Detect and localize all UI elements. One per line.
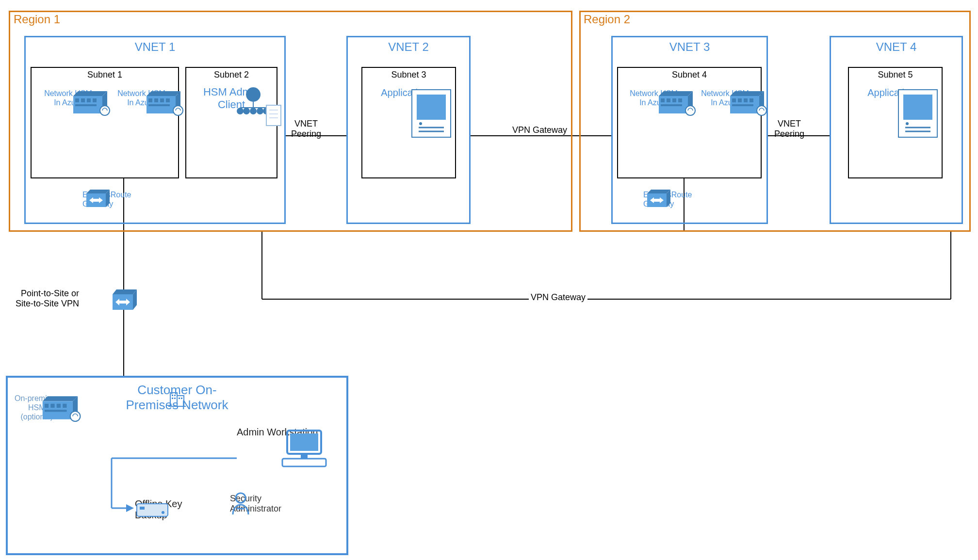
svg-rect-85	[170, 393, 177, 406]
application-icon	[896, 87, 940, 140]
svg-point-60	[685, 106, 695, 115]
svg-point-49	[419, 122, 422, 125]
backup-device-icon	[135, 500, 170, 519]
svg-point-29	[173, 106, 183, 115]
svg-rect-89	[172, 398, 173, 399]
svg-marker-80	[113, 289, 137, 294]
hsm-icon	[725, 89, 769, 116]
svg-marker-70	[647, 190, 670, 193]
svg-rect-38	[266, 105, 281, 126]
svg-marker-61	[730, 91, 764, 96]
svg-rect-68	[732, 104, 753, 106]
svg-rect-98	[50, 404, 54, 408]
svg-rect-58	[678, 98, 682, 102]
vpn-gateway1-label: VPN Gateway	[510, 125, 569, 135]
svg-rect-55	[661, 98, 665, 102]
subnet3-box: Subnet 3 Application 1	[361, 67, 456, 178]
svg-point-20	[100, 106, 110, 115]
subnet5-label: Subnet 5	[849, 68, 942, 80]
person-icon	[230, 491, 251, 516]
svg-rect-90	[174, 398, 176, 399]
svg-rect-64	[732, 98, 736, 102]
vnet3-label: VNET 3	[613, 37, 766, 54]
svg-rect-57	[672, 98, 676, 102]
svg-marker-52	[659, 91, 693, 96]
svg-rect-48	[417, 95, 446, 120]
region2-label: Region 2	[584, 13, 630, 26]
subnet1-label: Subnet 1	[32, 68, 178, 80]
hsm-icon	[142, 89, 185, 116]
subnet1-box: Subnet 1 Network HSM In Azure	[31, 67, 179, 178]
svg-rect-26	[160, 98, 164, 102]
building-icon	[166, 387, 188, 408]
svg-marker-94	[43, 396, 78, 401]
svg-rect-65	[738, 98, 742, 102]
svg-rect-76	[903, 95, 932, 120]
svg-point-34	[243, 108, 250, 114]
svg-rect-101	[45, 410, 67, 412]
svg-rect-25	[154, 98, 158, 102]
svg-point-33	[237, 108, 244, 114]
subnet4-label: Subnet 4	[618, 68, 761, 80]
svg-point-36	[257, 108, 263, 114]
svg-rect-99	[57, 404, 61, 408]
svg-rect-18	[93, 98, 97, 102]
svg-point-30	[246, 87, 261, 102]
svg-rect-16	[81, 98, 85, 102]
svg-rect-67	[750, 98, 753, 102]
region1-label: Region 1	[14, 13, 60, 26]
svg-marker-42	[86, 190, 110, 193]
expressroute-gateway-icon	[82, 188, 110, 211]
svg-point-107	[236, 493, 245, 503]
hsm-icon	[654, 89, 698, 116]
svg-point-102	[70, 411, 80, 421]
hsm-admin-client-icon	[231, 86, 285, 134]
svg-rect-86	[177, 396, 184, 406]
svg-rect-28	[148, 104, 170, 106]
subnet4-box: Subnet 4 Network HSM In Azure	[617, 67, 762, 178]
svg-rect-104	[290, 433, 318, 451]
svg-rect-17	[87, 98, 91, 102]
svg-rect-66	[744, 98, 748, 102]
svg-rect-97	[45, 404, 49, 408]
svg-point-77	[906, 122, 909, 125]
svg-rect-88	[174, 395, 176, 396]
svg-rect-106	[282, 459, 326, 466]
workstation-icon	[277, 427, 331, 469]
subnet3-label: Subnet 3	[362, 68, 455, 80]
svg-rect-27	[166, 98, 170, 102]
svg-point-35	[250, 108, 257, 114]
vnet2-label: VNET 2	[348, 37, 469, 54]
subnet5-box: Subnet 5 Application 2	[848, 67, 943, 178]
svg-rect-87	[172, 395, 173, 396]
hsm-icon	[68, 89, 112, 116]
vpn-gateway-icon	[109, 288, 139, 314]
svg-rect-92	[181, 398, 182, 399]
svg-rect-109	[137, 504, 168, 516]
vnet4-label: VNET 4	[831, 37, 962, 54]
svg-point-111	[162, 511, 164, 514]
svg-point-69	[757, 106, 766, 115]
svg-rect-19	[75, 104, 97, 106]
svg-marker-12	[73, 91, 107, 96]
svg-rect-110	[140, 507, 145, 510]
p2s-vpn-label: Point-to-Site or Site-to-Site VPN	[16, 288, 79, 309]
subnet2-box: Subnet 2 HSM Admin Client	[185, 67, 277, 178]
svg-marker-21	[147, 91, 180, 96]
vnet-peering1-label: VNET Peering	[291, 119, 321, 139]
svg-rect-59	[661, 104, 682, 106]
svg-rect-91	[179, 398, 180, 399]
subnet2-label: Subnet 2	[186, 68, 277, 80]
svg-rect-100	[63, 404, 66, 408]
application-icon	[409, 87, 454, 140]
expressroute-gateway-icon	[643, 188, 670, 211]
hsm-icon	[37, 394, 83, 422]
svg-rect-56	[667, 98, 670, 102]
vnet1-label: VNET 1	[26, 37, 284, 54]
svg-rect-24	[148, 98, 152, 102]
vpn-gateway2-label: VPN Gateway	[529, 292, 587, 303]
vnet-peering2-label: VNET Peering	[774, 119, 804, 139]
svg-rect-15	[75, 98, 79, 102]
